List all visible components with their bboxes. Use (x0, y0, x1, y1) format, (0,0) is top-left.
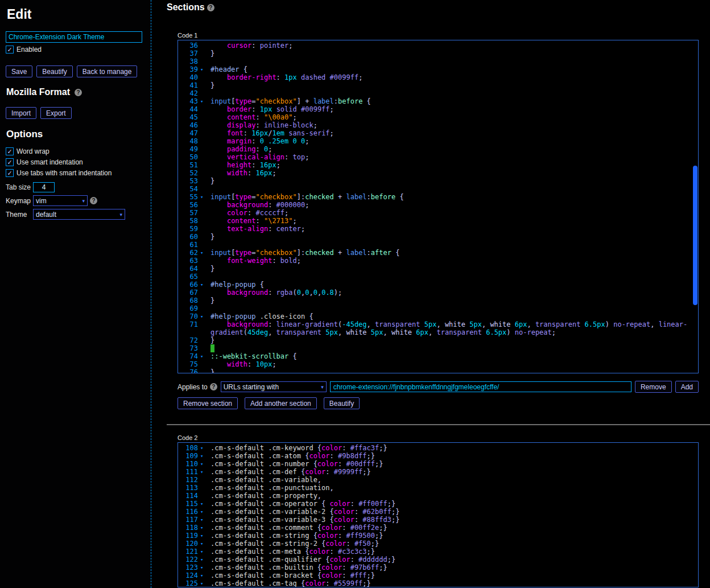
line-number-gutter[interactable]: 76 (178, 368, 209, 373)
code-line-text[interactable]: } (209, 81, 698, 89)
code-line[interactable]: 41} (178, 81, 698, 89)
code-line-text[interactable]: } (209, 336, 698, 344)
line-number-gutter[interactable]: 49 (178, 145, 209, 153)
code-line-text[interactable]: .cm-s-default .cm-atom {color: #9b8dff;} (209, 452, 698, 460)
line-number-gutter[interactable]: 45 (178, 113, 209, 121)
code-line-text[interactable]: .cm-s-default .cm-qualifier {color: #ddd… (209, 556, 698, 564)
back-to-manage-button[interactable]: Back to manage (77, 65, 138, 77)
code-line[interactable]: 124▾.cm-s-default .cm-bracket {color: #f… (178, 571, 698, 579)
code-line-text[interactable]: .cm-s-default .cm-tag {color: #5599ff;} (209, 579, 698, 587)
fold-arrow-icon[interactable]: ▾ (198, 540, 207, 548)
fold-arrow-icon[interactable]: ▾ (198, 556, 207, 564)
line-number-gutter[interactable]: 38 (178, 57, 209, 65)
line-number-gutter[interactable]: 56 (178, 201, 209, 209)
applies-to-help-icon[interactable]: ? (210, 383, 217, 390)
line-number-gutter[interactable]: 125▾ (178, 579, 209, 587)
line-number-gutter[interactable] (178, 328, 209, 336)
beautify-section-button[interactable]: Beautify (324, 397, 360, 409)
code-line[interactable]: 116▾.cm-s-default .cm-variable-2 {color:… (178, 508, 698, 516)
tabs-smart-indent-checkbox-row[interactable]: ✓ Use tabs with smart indentation (6, 169, 145, 177)
fold-arrow-icon[interactable]: ▾ (198, 312, 207, 320)
line-number-gutter[interactable]: 74▾ (178, 352, 209, 360)
code-line[interactable]: 108▾.cm-s-default .cm-keyword {color: #f… (178, 444, 698, 452)
fold-arrow-icon[interactable]: ▾ (198, 468, 207, 476)
line-number-gutter[interactable]: 41 (178, 81, 209, 89)
code-line-text[interactable]: font: 16px/1em sans-serif; (209, 129, 698, 137)
code-line-text[interactable]: .cm-s-default .cm-operator { color: #ff0… (209, 500, 698, 508)
code-line[interactable]: 42 (178, 89, 698, 97)
export-button[interactable]: Export (40, 107, 72, 119)
fold-arrow-icon[interactable]: ▾ (198, 65, 207, 73)
fold-arrow-icon[interactable]: ▾ (198, 579, 207, 587)
fold-arrow-icon[interactable]: ▾ (198, 460, 207, 468)
code-line[interactable]: 63 font-weight: bold; (178, 257, 698, 265)
code-line-text[interactable]: .cm-s-default .cm-keyword {color: #ffac3… (209, 444, 698, 452)
line-number-gutter[interactable]: 55▾ (178, 193, 209, 201)
enabled-checkbox[interactable]: ✓ (6, 46, 14, 54)
code-line-text[interactable]: margin: 0 .25em 0 0; (209, 137, 698, 145)
code-line-text[interactable]: ::-webkit-scrollbar { (209, 352, 698, 360)
import-button[interactable]: Import (6, 107, 36, 119)
code-line[interactable]: 118▾.cm-s-default .cm-comment {color: #0… (178, 524, 698, 532)
line-number-gutter[interactable]: 43▾ (178, 97, 209, 105)
line-number-gutter[interactable]: 58 (178, 217, 209, 225)
code-line-text[interactable]: } (209, 265, 698, 273)
add-applies-button[interactable]: Add (675, 381, 699, 393)
line-number-gutter[interactable]: 113 (178, 484, 209, 492)
fold-arrow-icon[interactable]: ▾ (198, 508, 207, 516)
code-line-text[interactable]: #help-popup { (209, 281, 698, 289)
line-number-gutter[interactable]: 108▾ (178, 444, 209, 452)
code-line-text[interactable]: content: "\00a0"; (209, 113, 698, 121)
fold-arrow-icon[interactable]: ▾ (198, 571, 207, 579)
code-line[interactable]: 115▾.cm-s-default .cm-operator { color: … (178, 500, 698, 508)
code-line-text[interactable]: .cm-s-default .cm-def {color: #9999ff;} (209, 468, 698, 476)
add-another-section-button[interactable]: Add another section (245, 397, 317, 409)
line-number-gutter[interactable]: 46 (178, 121, 209, 129)
code-line-text[interactable]: color: #ccccff; (209, 209, 698, 217)
line-number-gutter[interactable]: 119▾ (178, 532, 209, 540)
code-line[interactable]: 50 vertical-align: top; (178, 153, 698, 161)
code-line-text[interactable]: .cm-s-default .cm-string {color: #ff9500… (209, 532, 698, 540)
code-line[interactable]: 49 padding: 0; (178, 145, 698, 153)
fold-arrow-icon[interactable]: ▾ (198, 532, 207, 540)
code-line-text[interactable]: content: "\2713"; (209, 217, 698, 225)
code-line[interactable]: 120▾.cm-s-default .cm-string-2 {color: #… (178, 540, 698, 548)
code-line-text[interactable]: input[type="checkbox"]:checked + label:a… (209, 249, 698, 257)
line-number-gutter[interactable]: 64 (178, 265, 209, 273)
code-line-text[interactable]: .cm-s-default .cm-property, (209, 492, 698, 500)
code-line-text[interactable]: width: 10px; (209, 360, 698, 368)
code-line[interactable]: 57 color: #ccccff; (178, 209, 698, 217)
code-line[interactable]: 46 display: inline-block; (178, 121, 698, 129)
code-line-text[interactable]: } (209, 233, 698, 241)
code-line-text[interactable]: .cm-s-default .cm-bracket {color: #fff;} (209, 571, 698, 579)
code-line[interactable]: 60} (178, 233, 698, 241)
code-line-text[interactable]: #help-popup .close-icon { (209, 312, 698, 320)
fold-arrow-icon[interactable]: ▾ (198, 193, 207, 201)
fold-arrow-icon[interactable]: ▾ (198, 249, 207, 257)
code-line[interactable]: 110▾.cm-s-default .cm-number {color: #00… (178, 460, 698, 468)
code-line[interactable]: 72} (178, 336, 698, 344)
code-line-text[interactable] (209, 241, 698, 249)
code-line-text[interactable]: gradient(45deg, transparent 5px, white 5… (209, 328, 698, 336)
code-line[interactable]: 61 (178, 241, 698, 249)
line-number-gutter[interactable]: 47 (178, 129, 209, 137)
line-number-gutter[interactable]: 75 (178, 360, 209, 368)
code-line-text[interactable]: border-right: 1px dashed #0099ff; (209, 73, 698, 81)
enabled-checkbox-row[interactable]: ✓ Enabled (6, 46, 145, 54)
line-number-gutter[interactable]: 50 (178, 153, 209, 161)
applies-to-type-select[interactable]: URLs starting with ▾ (221, 381, 327, 392)
line-number-gutter[interactable]: 71 (178, 320, 209, 328)
code-line-text[interactable]: background: #000000; (209, 201, 698, 209)
code-line-text[interactable]: input[type="checkbox"]:checked + label:b… (209, 193, 698, 201)
word-wrap-checkbox-row[interactable]: ✓ Word wrap (6, 147, 145, 155)
line-number-gutter[interactable]: 42 (178, 89, 209, 97)
keymap-help-icon[interactable]: ? (90, 197, 97, 204)
code-line[interactable]: 52 width: 16px; (178, 169, 698, 177)
word-wrap-checkbox[interactable]: ✓ (6, 147, 14, 155)
code-line-text[interactable]: } (209, 177, 698, 185)
code-line-text[interactable]: } (209, 297, 698, 305)
code-line[interactable]: 119▾.cm-s-default .cm-string {color: #ff… (178, 532, 698, 540)
line-number-gutter[interactable]: 111▾ (178, 468, 209, 476)
applies-to-url-input[interactable] (330, 381, 631, 392)
code-line-text[interactable]: border: 1px solid #0099ff; (209, 105, 698, 113)
